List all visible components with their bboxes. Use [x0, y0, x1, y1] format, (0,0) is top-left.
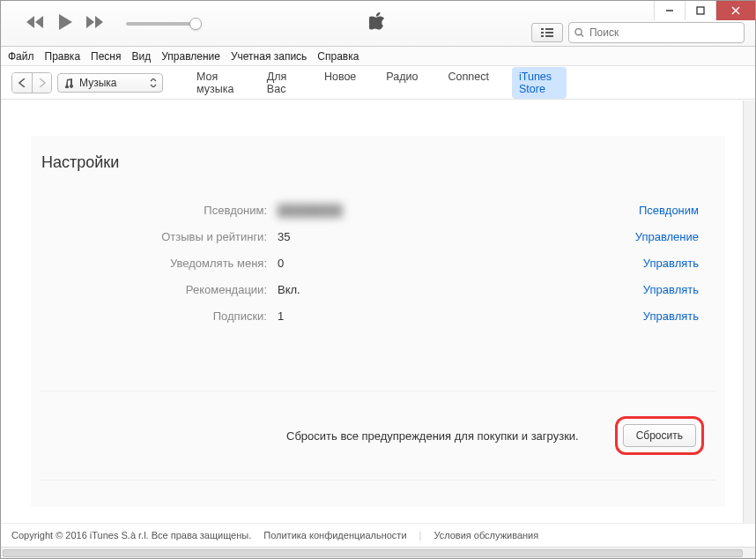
vertical-scrollbar[interactable]: [743, 101, 755, 523]
search-box[interactable]: [568, 22, 745, 43]
svg-rect-9: [545, 35, 553, 37]
play-icon[interactable]: [57, 13, 73, 34]
navbar: Музыка Моя музыка Для Вас Новое Радио Co…: [1, 66, 755, 100]
menu-view[interactable]: Вид: [132, 50, 152, 63]
prev-track-icon[interactable]: [26, 15, 45, 32]
volume-slider[interactable]: [126, 22, 196, 26]
reviews-label: Отзывы и рейтинги:: [40, 230, 278, 243]
footer: Copyright © 2016 iTunes S.à r.l. Все пра…: [1, 523, 755, 558]
reset-text: Сбросить все предупреждения для покупки …: [40, 429, 579, 443]
reviews-link[interactable]: Управление: [635, 230, 716, 243]
tab-itunes-store[interactable]: iTunes Store: [512, 67, 567, 99]
nav-back-button[interactable]: [12, 73, 32, 93]
search-icon: [574, 27, 584, 38]
nickname-label: Псевдоним:: [40, 204, 278, 217]
tab-my-music[interactable]: Моя музыка: [189, 67, 244, 99]
subs-value: 1: [278, 309, 643, 323]
svg-rect-4: [541, 28, 544, 30]
notify-value: 0: [278, 257, 643, 270]
footer-privacy-link[interactable]: Политика конфиденциальности: [263, 530, 406, 540]
window-controls: [654, 1, 755, 20]
footer-copyright: Copyright © 2016 iTunes S.à r.l. Все пра…: [11, 530, 251, 540]
menu-file[interactable]: Файл: [8, 50, 34, 63]
menu-edit[interactable]: Правка: [45, 50, 81, 63]
minimize-button[interactable]: [654, 1, 685, 20]
horizontal-scrollbar[interactable]: [1, 547, 755, 559]
menubar: Файл Правка Песня Вид Управление Учетная…: [1, 47, 755, 66]
volume-thumb[interactable]: [189, 18, 202, 30]
nav-arrows: [11, 72, 52, 93]
tab-connect[interactable]: Connect: [441, 67, 496, 99]
tab-new[interactable]: Новое: [317, 67, 363, 99]
recs-value: Вкл.: [278, 283, 643, 296]
row-nickname: Псевдоним: ████████ Псевдоним: [40, 197, 716, 223]
nickname-link[interactable]: Псевдоним: [639, 204, 716, 217]
svg-rect-6: [541, 32, 544, 34]
row-recs: Рекомендации: Вкл. Управлять: [40, 276, 716, 302]
search-input[interactable]: [589, 26, 738, 39]
nav-forward-button[interactable]: [32, 73, 51, 93]
footer-terms-link[interactable]: Условия обслуживания: [434, 530, 538, 540]
row-notify: Уведомлять меня: 0 Управлять: [40, 250, 716, 276]
content: Настройки Псевдоним: ████████ Псевдоним …: [1, 101, 755, 523]
apple-logo-icon: [369, 11, 387, 35]
right-tools: [531, 22, 745, 43]
row-reviews: Отзывы и рейтинги: 35 Управление: [40, 223, 716, 250]
subs-label: Подписки:: [40, 309, 278, 323]
maximize-button[interactable]: [685, 1, 715, 20]
source-dropdown[interactable]: Музыка: [57, 73, 163, 93]
hscroll-thumb[interactable]: [3, 549, 743, 557]
reset-section: Сбросить все предупреждения для покупки …: [40, 391, 716, 481]
next-track-icon[interactable]: [85, 15, 105, 32]
menu-song[interactable]: Песня: [91, 50, 121, 63]
playback-controls: [26, 13, 196, 34]
svg-line-11: [581, 34, 583, 37]
svg-rect-7: [545, 32, 553, 34]
menu-help[interactable]: Справка: [317, 50, 359, 63]
reset-button[interactable]: Сбросить: [623, 424, 696, 447]
subs-link[interactable]: Управлять: [643, 309, 716, 323]
svg-rect-8: [541, 35, 544, 37]
tab-radio[interactable]: Радио: [379, 67, 425, 99]
titlebar: [1, 1, 755, 47]
tabs: Моя музыка Для Вас Новое Радио Connect i…: [189, 67, 567, 99]
list-view-button[interactable]: [531, 23, 563, 42]
recs-link[interactable]: Управлять: [643, 283, 716, 296]
menu-controls[interactable]: Управление: [161, 50, 220, 63]
recs-label: Рекомендации:: [40, 283, 278, 296]
close-button[interactable]: [715, 1, 755, 20]
row-subs: Подписки: 1 Управлять: [40, 302, 716, 329]
chevron-updown-icon: [150, 78, 157, 87]
reviews-value: 35: [278, 230, 635, 243]
reset-highlight: Сбросить: [615, 416, 704, 455]
footer-sep: |: [419, 530, 422, 540]
svg-rect-5: [545, 28, 553, 30]
nickname-value: ████████: [278, 204, 639, 217]
music-icon: [63, 78, 74, 88]
menu-account[interactable]: Учетная запись: [231, 50, 307, 63]
notify-label: Уведомлять меня:: [40, 257, 278, 270]
notify-link[interactable]: Управлять: [643, 257, 716, 270]
svg-point-10: [575, 28, 582, 34]
svg-rect-1: [697, 7, 704, 14]
tab-for-you[interactable]: Для Вас: [260, 67, 301, 99]
page-title: Настройки: [40, 153, 716, 172]
source-label: Музыка: [79, 77, 116, 89]
